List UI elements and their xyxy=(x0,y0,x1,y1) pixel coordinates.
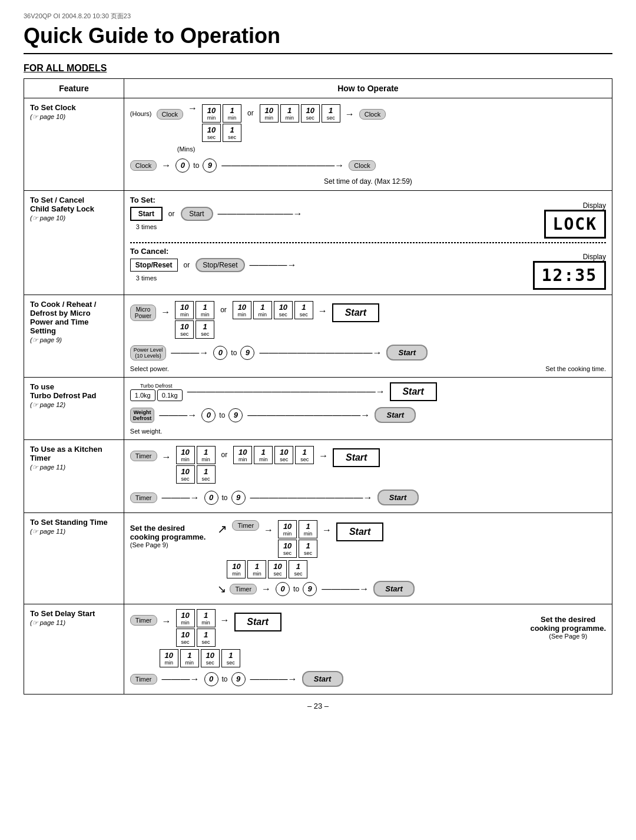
start-timer-oval[interactable]: Start xyxy=(377,490,419,505)
start-btn-rect[interactable]: Start xyxy=(130,207,163,221)
10sec-cook-2[interactable]: 10sec xyxy=(274,301,293,319)
10min-cook-2[interactable]: 10min xyxy=(233,301,251,319)
10min-btn[interactable]: 10min xyxy=(202,104,221,123)
10min-cook-1[interactable]: 10min xyxy=(175,301,194,319)
1sec-btn-2[interactable]: 1sec xyxy=(322,104,340,123)
set-weight-label: Set weight. xyxy=(130,428,606,435)
feature-ref-lock: (☞ page 10) xyxy=(30,214,65,221)
1sec-btn-clock[interactable]: 1sec xyxy=(223,124,241,142)
weight-defrost-btn[interactable]: WeightDefrost xyxy=(130,408,155,423)
1min-cook-1[interactable]: 1min xyxy=(196,301,214,319)
1min-btn-2[interactable]: 1min xyxy=(280,104,299,123)
timer-btn-stand-2[interactable]: Timer xyxy=(230,584,257,594)
hours-label: (Hours) xyxy=(130,110,152,117)
1min-delay-1[interactable]: 1min xyxy=(197,609,216,627)
zero-delay[interactable]: 0 xyxy=(204,672,218,686)
10sec-stand-1[interactable]: 10sec xyxy=(278,540,297,558)
10sec-cook-1[interactable]: 10sec xyxy=(175,320,194,339)
feature-set-clock: To Set Clock (☞ page 10) xyxy=(24,98,124,191)
start-cook-oval[interactable]: Start xyxy=(386,345,428,361)
timer-btn-2[interactable]: Timer xyxy=(130,492,157,503)
power-level-btn[interactable]: Power Level(10 Levels) xyxy=(130,345,167,361)
10min-delay-1[interactable]: 10min xyxy=(176,609,195,627)
1sec-timer-2[interactable]: 1sec xyxy=(295,446,314,464)
10sec-btn-clock[interactable]: 10sec xyxy=(202,124,221,142)
10sec-timer-1[interactable]: 10sec xyxy=(176,465,195,484)
1sec-stand-2[interactable]: 1sec xyxy=(289,560,307,578)
10sec-delay-2[interactable]: 10sec xyxy=(201,649,220,667)
1min-stand-1[interactable]: 1min xyxy=(299,520,317,538)
1min-btn[interactable]: 1min xyxy=(223,104,241,123)
10min-stand-2[interactable]: 10min xyxy=(227,560,246,578)
feature-ref-timer: (☞ page 11) xyxy=(30,464,65,471)
nine-delay[interactable]: 9 xyxy=(231,672,246,686)
start-stand-oval[interactable]: Start xyxy=(373,581,415,597)
1min-delay-2[interactable]: 1min xyxy=(180,649,199,667)
start-timer-1[interactable]: Start xyxy=(333,448,380,467)
table-row: To Set / CancelChild Safety Lock (☞ page… xyxy=(24,191,612,295)
nine-btn-clock[interactable]: 9 xyxy=(203,158,217,173)
1min-stand-2[interactable]: 1min xyxy=(247,560,266,578)
10min-timer-2[interactable]: 10min xyxy=(233,446,252,464)
1sec-cook-1[interactable]: 1sec xyxy=(196,320,214,339)
how-timer: Timer → 10min 1min 10sec 1sec xyxy=(124,440,612,513)
stopreset-btn-oval[interactable]: Stop/Reset xyxy=(196,258,244,272)
10sec-timer-2[interactable]: 10sec xyxy=(274,446,293,464)
zero-timer[interactable]: 0 xyxy=(204,491,218,505)
1sec-delay-1[interactable]: 1sec xyxy=(197,629,216,647)
start-btn-oval[interactable]: Start xyxy=(181,207,213,221)
nine-cook[interactable]: 9 xyxy=(240,346,254,360)
start-delay-1[interactable]: Start xyxy=(234,613,281,631)
1sec-delay-2[interactable]: 1sec xyxy=(221,649,240,667)
clock-btn-3[interactable]: Clock xyxy=(130,160,157,171)
clock-btn-4[interactable]: Clock xyxy=(349,160,376,171)
1sec-stand-1[interactable]: 1sec xyxy=(299,540,317,558)
10min-stand-1[interactable]: 10min xyxy=(278,520,297,538)
zero-btn-clock[interactable]: 0 xyxy=(175,158,190,173)
arrow-timer-1: → xyxy=(162,452,171,462)
1sec-timer-1[interactable]: 1sec xyxy=(197,465,216,484)
10min-delay-2[interactable]: 10min xyxy=(160,649,178,667)
start-turbo-1[interactable]: Start xyxy=(390,382,437,401)
1min-timer-2[interactable]: 1min xyxy=(254,446,273,464)
zero-turbo[interactable]: 0 xyxy=(201,408,216,422)
nine-timer[interactable]: 9 xyxy=(231,491,246,505)
feature-ref-clock: (☞ page 10) xyxy=(30,113,65,120)
1kg-btn[interactable]: 1.0kg xyxy=(130,389,155,401)
1sec-cook-2[interactable]: 1sec xyxy=(294,301,313,319)
10min-timer-1[interactable]: 10min xyxy=(176,446,195,464)
start-cook-1[interactable]: Start xyxy=(332,303,379,322)
col-how-header: How to Operate xyxy=(124,79,612,98)
timer-btn-stand-1[interactable]: Timer xyxy=(232,520,259,531)
stopreset-btn-rect[interactable]: Stop/Reset xyxy=(130,259,178,272)
feature-standing: To Set Standing Time (☞ page 11) xyxy=(24,513,124,604)
select-power-label: Select power. xyxy=(130,365,169,372)
1min-timer-1[interactable]: 1min xyxy=(197,446,216,464)
or-1: or xyxy=(247,109,254,117)
clock-btn-1[interactable]: Clock xyxy=(157,109,184,120)
micro-power-btn[interactable]: MicroPower xyxy=(130,305,156,321)
10sec-stand-2[interactable]: 10sec xyxy=(268,560,287,578)
timer-btn-1[interactable]: Timer xyxy=(130,451,157,461)
how-set-clock: (Hours) Clock → 10min 1min 10 xyxy=(124,98,612,191)
10sec-btn-2[interactable]: 10sec xyxy=(301,104,320,123)
start-turbo-oval[interactable]: Start xyxy=(375,407,416,423)
10min-btn-2[interactable]: 10min xyxy=(260,104,279,123)
1min-cook-2[interactable]: 1min xyxy=(253,301,272,319)
10sec-delay-1[interactable]: 10sec xyxy=(176,629,195,647)
start-stand-1[interactable]: Start xyxy=(336,522,383,541)
three-times-1: 3 times xyxy=(136,223,305,230)
timer-btn-delay-2[interactable]: Timer xyxy=(130,674,157,684)
timer-btn-delay-1[interactable]: Timer xyxy=(130,615,157,626)
or-cook: or xyxy=(220,306,227,314)
clock-btn-2[interactable]: Clock xyxy=(359,109,386,120)
start-delay-oval[interactable]: Start xyxy=(302,671,343,687)
zero-cook[interactable]: 0 xyxy=(213,346,227,360)
zero-stand[interactable]: 0 xyxy=(276,582,290,596)
to-label-1: to xyxy=(193,161,199,170)
set-time-note: Set time of day. (Max 12:59) xyxy=(130,177,606,186)
01kg-btn[interactable]: 0.1kg xyxy=(157,389,183,401)
nine-stand[interactable]: 9 xyxy=(303,582,317,596)
to-timer: to xyxy=(222,494,228,502)
nine-turbo[interactable]: 9 xyxy=(228,408,243,422)
